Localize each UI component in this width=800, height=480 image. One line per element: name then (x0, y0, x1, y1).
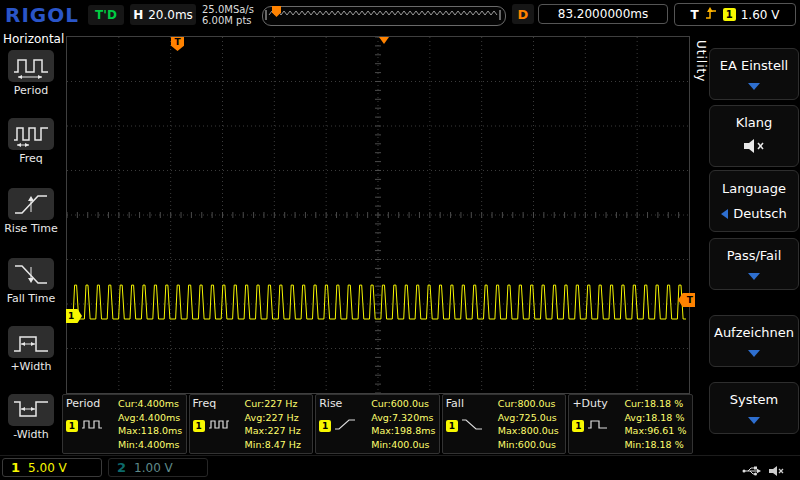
button-label: Aufzeichnen (714, 325, 794, 340)
channel-badge: 1 (193, 420, 205, 432)
channel-badge: 1 (572, 420, 584, 432)
measure-avg: Avg:18.18 % (624, 412, 689, 423)
measure-min: Min:4.400ms (118, 439, 183, 450)
h-value: 20.0ms (148, 8, 193, 22)
speaker-muted-icon (768, 462, 785, 480)
chevron-down-icon (748, 273, 760, 280)
measurement-name: Rise (319, 397, 369, 410)
measure-cur: Cur:600.0us (371, 398, 436, 409)
channel-status-bar: 1 5.00 V 2 1.00 V (0, 455, 800, 480)
measure-avg: Avg:4.400ms (118, 412, 183, 423)
button-language[interactable]: Language Deutsch (709, 170, 799, 232)
menu-item-period[interactable]: Period (0, 50, 62, 97)
speaker-muted-icon (742, 138, 766, 157)
channel-1-status[interactable]: 1 5.00 V (2, 458, 102, 477)
measurement-panel-duty: +Duty 1 Cur:18.18 % Avg:18.18 % Max:96.6… (568, 394, 693, 454)
utility-menu: Utility EA Einstell Klang Language Deuts… (693, 30, 800, 455)
duty-measure-icon (587, 416, 609, 435)
measurement-panel-fall: Fall 1 Cur:800.0us Avg:725.0us Max:800.0… (442, 394, 567, 454)
chevron-down-icon (748, 417, 760, 424)
measurement-panel-freq: Freq 1 Cur:227 Hz Avg:227 Hz Max:227 Hz … (189, 394, 314, 454)
measurement-name: Freq (193, 397, 243, 410)
trigger-source-badge: 1 (723, 8, 736, 21)
plus-width-icon (8, 326, 54, 358)
chevron-down-icon (748, 350, 760, 357)
menu-item-pos-width[interactable]: +Width (0, 326, 62, 373)
menu-item-rise-time[interactable]: Rise Time (0, 188, 62, 235)
menu-item-label: Fall Time (0, 292, 62, 305)
measure-min: Min:600.0us (498, 439, 563, 450)
button-label: Language (722, 181, 786, 196)
measure-cur: Cur:18.18 % (624, 398, 689, 409)
measure-min: Min:8.47 Hz (245, 439, 310, 450)
menu-item-fall-time[interactable]: Fall Time (0, 258, 62, 305)
channel-badge: 1 (446, 420, 458, 432)
channel1-waveform (67, 37, 689, 393)
minus-width-icon (8, 394, 54, 426)
measure-cur: Cur:800.0us (498, 398, 563, 409)
channel-2-number: 2 (117, 460, 126, 475)
menu-item-neg-width[interactable]: -Width (0, 394, 62, 441)
rise-time-icon (8, 188, 54, 220)
freq-measure-icon (208, 416, 230, 435)
menu-item-label: Period (0, 84, 62, 97)
trigger-status-badge: T'D (88, 5, 124, 25)
measure-avg: Avg:227 Hz (245, 412, 310, 423)
measure-max: Max:198.8ms (371, 425, 436, 436)
channel-1-scale: 5.00 V (28, 461, 67, 475)
memory-position-bar[interactable] (262, 6, 506, 26)
channel-2-status[interactable]: 2 1.00 V (108, 458, 208, 477)
brand-logo: RIGOL (5, 3, 79, 27)
trigger-info-box[interactable]: T 1 1.60 V (674, 3, 796, 26)
chevron-down-icon (748, 83, 760, 90)
measurement-panel-rise: Rise 1 Cur:600.0us Avg:7.320ms Max:198.8… (315, 394, 440, 454)
measurement-name: +Duty (572, 397, 622, 410)
measure-max: Max:227 Hz (245, 425, 310, 436)
channel-2-scale: 1.00 V (134, 461, 173, 475)
measure-avg: Avg:7.320ms (371, 412, 436, 423)
fall-time-icon (8, 258, 54, 290)
menu-tab-utility: Utility (694, 40, 708, 82)
usb-icon (742, 462, 762, 480)
trigger-label: T (691, 8, 699, 22)
period-measure-icon (81, 416, 103, 435)
button-label: Pass/Fail (727, 248, 782, 263)
horizontal-center-marker[interactable] (379, 37, 389, 44)
measurement-bar: Period 1 Cur:4.400ms Avg:4.400ms Max:118… (62, 394, 693, 454)
trigger-level-value: 1.60 V (741, 8, 780, 22)
oscilloscope-screen: RIGOL T'D H 20.0ms 25.0MSa/s 6.00M pts D… (0, 0, 800, 480)
button-label: EA Einstell (720, 58, 788, 73)
measure-max: Max:96.61 % (624, 425, 689, 436)
channel-1-number: 1 (11, 460, 20, 475)
button-label: Klang (736, 115, 773, 130)
measurement-name: Fall (446, 397, 496, 410)
button-ea-einstell[interactable]: EA Einstell (709, 48, 799, 100)
button-aufzeichnen[interactable]: Aufzeichnen (709, 315, 799, 367)
measure-max: Max:118.0ms (118, 425, 183, 436)
measure-menu: Horizontal Period Fre (0, 30, 62, 455)
waveform-display: T 1 T (66, 36, 690, 394)
language-value: Deutsch (733, 206, 787, 221)
button-pass-fail[interactable]: Pass/Fail (709, 238, 799, 290)
channel-badge: 1 (66, 420, 78, 432)
measure-min: Min:18.18 % (624, 439, 689, 450)
measure-avg: Avg:725.0us (498, 412, 563, 423)
button-klang[interactable]: Klang (709, 105, 799, 167)
button-system[interactable]: System (709, 382, 799, 434)
channel-badge: 1 (319, 420, 331, 432)
measurement-panel-period: Period 1 Cur:4.400ms Avg:4.400ms Max:118… (62, 394, 187, 454)
freq-icon (8, 118, 54, 150)
delay-label: D (512, 4, 534, 24)
menu-item-freq[interactable]: Freq (0, 118, 62, 165)
menu-item-label: Freq (0, 152, 62, 165)
menu-item-label: Rise Time (0, 222, 62, 235)
measure-max: Max:800.0us (498, 425, 563, 436)
rising-edge-icon (704, 5, 718, 24)
delay-value[interactable]: 83.2000000ms (538, 4, 668, 24)
chevron-left-icon (721, 209, 728, 219)
rise-measure-icon (334, 416, 356, 435)
measure-menu-title: Horizontal (3, 32, 64, 46)
measure-cur: Cur:4.400ms (118, 398, 183, 409)
horizontal-scale-chip[interactable]: H 20.0ms (130, 4, 196, 25)
acquisition-info: 25.0MSa/s 6.00M pts (202, 4, 254, 26)
